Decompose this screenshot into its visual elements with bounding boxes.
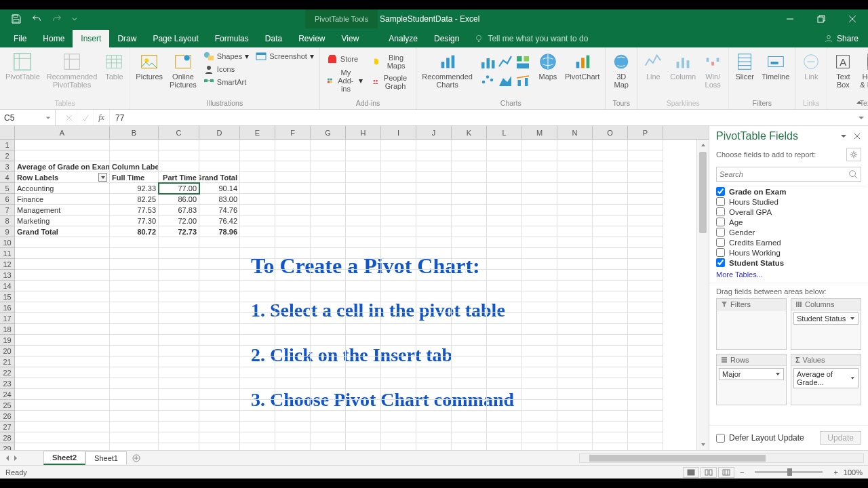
cell[interactable] xyxy=(452,400,487,411)
cell[interactable] xyxy=(199,302,240,313)
cell[interactable] xyxy=(557,291,593,302)
cell[interactable] xyxy=(487,248,522,259)
cell[interactable] xyxy=(593,422,628,432)
cell[interactable] xyxy=(522,411,557,422)
row-header-28[interactable]: 28 xyxy=(0,432,14,443)
cell[interactable] xyxy=(275,259,311,270)
spreadsheet-grid[interactable]: To Create a Pivot Chart: 1. Select a cel… xyxy=(15,140,696,450)
cell[interactable] xyxy=(628,378,663,389)
cell[interactable] xyxy=(311,324,346,335)
field-grade-on-exam[interactable]: Grade on Exam xyxy=(716,186,865,197)
cell[interactable] xyxy=(159,150,199,161)
sheet-prev-icon[interactable] xyxy=(4,455,11,462)
field-search-box[interactable] xyxy=(716,167,861,182)
cell[interactable] xyxy=(240,367,275,378)
cell[interactable] xyxy=(381,237,416,248)
zoom-level[interactable]: 100% xyxy=(844,468,863,476)
cell[interactable] xyxy=(593,389,628,400)
cell[interactable] xyxy=(346,248,381,259)
enter-formula-button[interactable] xyxy=(77,110,94,125)
cell[interactable] xyxy=(452,237,487,248)
cell[interactable] xyxy=(452,422,487,432)
field-checkbox[interactable] xyxy=(716,187,725,196)
cell[interactable] xyxy=(452,150,487,161)
zoom-slider[interactable] xyxy=(755,471,823,473)
cell[interactable] xyxy=(593,270,628,281)
expand-formula-bar-icon[interactable] xyxy=(854,115,868,121)
tab-page-layout[interactable]: Page Layout xyxy=(144,30,206,47)
row-header-24[interactable]: 24 xyxy=(0,389,14,400)
cell[interactable] xyxy=(240,291,275,302)
tell-me-input[interactable]: Tell me what you want to do xyxy=(467,30,595,47)
cell[interactable] xyxy=(593,150,628,161)
row-header-6[interactable]: 6 xyxy=(0,194,14,205)
cell[interactable] xyxy=(311,346,346,357)
tab-view[interactable]: View xyxy=(334,30,368,47)
cell[interactable] xyxy=(416,302,452,313)
cell[interactable] xyxy=(416,389,452,400)
cell[interactable] xyxy=(15,357,110,367)
cell[interactable] xyxy=(240,389,275,400)
cell[interactable] xyxy=(159,237,199,248)
cell[interactable] xyxy=(452,248,487,259)
cell[interactable] xyxy=(110,335,159,346)
cell[interactable] xyxy=(346,324,381,335)
cell[interactable]: 77.30 xyxy=(110,216,159,226)
cell[interactable] xyxy=(557,411,593,422)
cell[interactable] xyxy=(628,335,663,346)
cell[interactable] xyxy=(487,302,522,313)
cell[interactable] xyxy=(110,367,159,378)
textbox-button[interactable]: AText Box xyxy=(830,50,856,90)
cell[interactable] xyxy=(522,313,557,324)
cell[interactable] xyxy=(15,313,110,324)
save-icon[interactable] xyxy=(11,14,22,24)
col-header-F[interactable]: F xyxy=(275,126,311,139)
pictures-button[interactable]: Pictures xyxy=(133,50,165,82)
cell[interactable] xyxy=(487,313,522,324)
cell[interactable] xyxy=(199,367,240,378)
cell[interactable] xyxy=(452,346,487,357)
row-header-1[interactable]: 1 xyxy=(0,140,14,150)
cell[interactable] xyxy=(159,378,199,389)
cell[interactable] xyxy=(240,411,275,422)
cell[interactable] xyxy=(275,411,311,422)
cell[interactable] xyxy=(199,237,240,248)
undo-icon[interactable] xyxy=(31,14,42,24)
cell[interactable] xyxy=(557,432,593,443)
cell[interactable] xyxy=(557,259,593,270)
cell[interactable] xyxy=(199,432,240,443)
cell[interactable] xyxy=(159,443,199,450)
cell[interactable] xyxy=(522,443,557,450)
cell[interactable] xyxy=(346,302,381,313)
row-header-13[interactable]: 13 xyxy=(0,270,14,281)
cell[interactable] xyxy=(593,443,628,450)
row-header-11[interactable]: 11 xyxy=(0,248,14,259)
cell[interactable] xyxy=(593,259,628,270)
share-button[interactable]: Share xyxy=(814,30,868,47)
cell[interactable] xyxy=(199,346,240,357)
cell[interactable] xyxy=(159,411,199,422)
cell[interactable] xyxy=(452,259,487,270)
pivottable-button[interactable]: PivotTable xyxy=(3,50,43,82)
row-field-item[interactable]: Major xyxy=(719,368,784,380)
cell[interactable] xyxy=(593,335,628,346)
icons-button[interactable]: Icons xyxy=(201,63,252,75)
cell[interactable] xyxy=(159,270,199,281)
col-header-M[interactable]: M xyxy=(522,126,557,139)
row-header-10[interactable]: 10 xyxy=(0,237,14,248)
cell[interactable] xyxy=(381,281,416,291)
cell[interactable] xyxy=(557,313,593,324)
sparkline-winloss-button[interactable]: Win/ Loss xyxy=(700,50,726,90)
cell[interactable] xyxy=(15,411,110,422)
cell[interactable] xyxy=(199,357,240,367)
cell[interactable] xyxy=(522,378,557,389)
cell[interactable] xyxy=(275,281,311,291)
cell[interactable] xyxy=(240,302,275,313)
cell[interactable] xyxy=(416,443,452,450)
cell[interactable] xyxy=(487,150,522,161)
cell[interactable] xyxy=(15,378,110,389)
cell[interactable] xyxy=(110,302,159,313)
cell[interactable] xyxy=(346,270,381,281)
cell[interactable] xyxy=(240,432,275,443)
cell[interactable] xyxy=(346,411,381,422)
